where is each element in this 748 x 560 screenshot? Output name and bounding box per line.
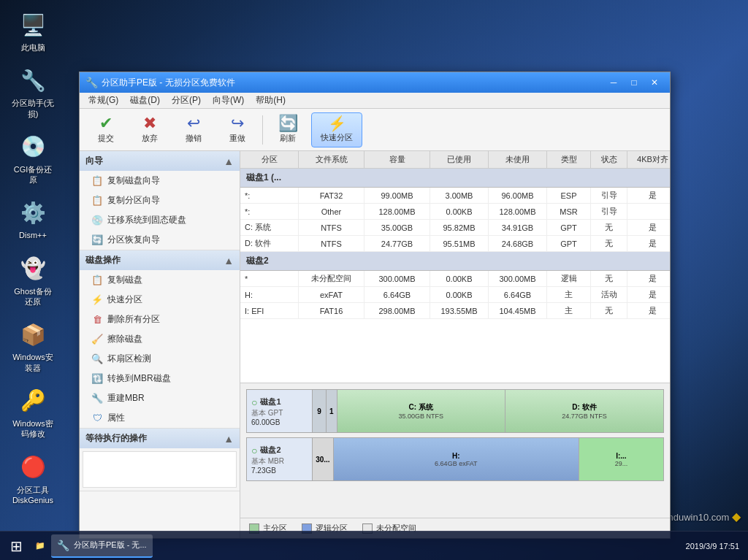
discard-label: 放弃 [142,133,158,144]
submit-button[interactable]: ✔ 提交 [85,112,126,147]
disk1-part-c[interactable]: C: 系统 35.00GB NTFS [337,390,505,432]
cell-capacity: 128.00MB [365,204,430,219]
file-explorer-button[interactable]: 📁 [29,534,51,558]
cell-status: 无 [591,303,627,318]
migrate-os-item[interactable]: 💿 迁移系统到固态硬盘 [80,210,240,230]
cell-used: 3.00MB [430,188,489,203]
minimize-button[interactable]: ─ [604,75,623,90]
dism-icon: ⚙️ [18,198,47,227]
cell-free: 96.00MB [489,188,547,203]
refresh-button[interactable]: 🔄 刷新 [267,112,308,147]
cell-status: 无 [591,220,627,235]
undo-button[interactable]: ↩ 撤销 [173,112,214,147]
menu-disk[interactable]: 磁盘(D) [124,93,166,108]
disk1-header: 磁盘1 (... [240,169,670,188]
table-row[interactable]: H: exFAT 6.64GB 0.00KB 6.64GB 主 活动 是 [240,287,670,303]
desktop-icon-windows-pwd[interactable]: 🔑 Windows密码修改 [7,383,58,442]
menu-partition[interactable]: 分区(P) [166,93,207,108]
disk-genius-label: 分区工具DiskGenius [10,485,56,506]
disk1-part-d[interactable]: D: 软件 24.77GB NTFS [505,390,663,432]
close-button[interactable]: ✕ [645,75,664,90]
migrate-os-label: 迁移系统到固态硬盘 [107,214,186,226]
desktop-icon-cgi-backup[interactable]: 💿 CGI备份还原 [7,129,58,188]
quick-partition-item[interactable]: ⚡ 快速分区 [80,290,240,310]
cell-fs: NTFS [299,236,365,251]
col-free: 未使用 [489,151,547,168]
copy-disk-wizard-item[interactable]: 📋 复制磁盘向导 [80,171,240,191]
pending-ops-header[interactable]: 等待执行的操作 ▲ [80,429,240,448]
cell-capacity: 298.00MB [365,303,430,318]
file-explorer-icon: 📁 [35,541,45,551]
convert-mbr-item[interactable]: 🔃 转换到MBR磁盘 [80,369,240,388]
table-row[interactable]: C: 系统 NTFS 35.00GB 95.82MB 34.91GB GPT 无… [240,220,670,236]
desktop-icon-ghost[interactable]: 👻 Ghost备份还原 [7,251,58,310]
cell-type: GPT [547,236,591,251]
quick-partition-icon: ⚡ [328,116,346,131]
restore-partition-label: 分区恢复向导 [107,234,160,246]
bad-sector-item[interactable]: 🔍 坏扇区检测 [80,349,240,369]
dism-label: Dism++ [19,230,47,240]
delete-all-item[interactable]: 🗑 删除所有分区 [80,310,240,329]
restore-partition-item[interactable]: 🔄 分区恢复向导 [80,230,240,250]
desktop-icon-disk-genius[interactable]: 🔴 分区工具DiskGenius [7,450,58,509]
wizard-section-header[interactable]: 向导 ▲ [80,151,240,171]
pending-ops-area [83,451,237,488]
redo-icon: ↪ [231,115,244,131]
disk2-part-h[interactable]: H: 6.64GB exFAT [334,438,579,480]
copy-partition-wizard-item[interactable]: 📋 复制分区向导 [80,191,240,210]
ghost-icon: 👻 [18,254,47,283]
disk1-part-small2[interactable]: 1 [327,390,337,432]
wipe-disk-icon: 🧹 [91,334,103,345]
cell-type: 主 [547,303,591,318]
desktop-icon-dism[interactable]: ⚙️ Dism++ [7,195,58,243]
app-taskbar-button[interactable]: 🔧 分区助手PE版 - 无... [51,534,153,558]
discard-button[interactable]: ✖ 放弃 [129,112,170,147]
quick-partition-button[interactable]: ⚡ 快速分区 [311,112,362,147]
cell-type: 逻辑 [547,271,591,286]
cell-capacity: 24.77GB [365,236,430,251]
cell-status: 活动 [591,287,627,302]
disk1-partitions: 9 1 C: 系统 35.00GB NTFS D: 软件 2 [313,390,663,432]
ghost-label: Ghost备份还原 [10,286,56,307]
submit-icon: ✔ [99,115,112,131]
cell-fs: Other [299,204,365,219]
table-row[interactable]: I: EFI FAT16 298.00MB 193.55MB 104.45MB … [240,303,670,319]
disk-ops-section-header[interactable]: 磁盘操作 ▲ [80,250,240,270]
disk2-part-unalloc[interactable]: 30... [313,438,334,480]
table-row[interactable]: *: FAT32 99.00MB 3.00MB 96.00MB ESP 引导 是 [240,188,670,204]
submit-label: 提交 [98,133,114,144]
redo-button[interactable]: ↪ 重做 [217,112,258,147]
wipe-disk-item[interactable]: 🧹 擦除磁盘 [80,329,240,349]
properties-item[interactable]: 🛡 属性 [80,408,240,428]
cell-free: 34.91GB [489,220,547,235]
cell-free: 128.00MB [489,204,547,219]
copy-partition-wizard-label: 复制分区向导 [107,194,160,207]
this-pc-label: 此电脑 [21,42,45,53]
disk1-part-small1[interactable]: 9 [313,390,327,432]
rebuild-mbr-item[interactable]: 🔧 重建MBR [80,388,240,408]
quick-partition-item-label: 快速分区 [107,294,142,306]
menu-wizard[interactable]: 向导(W) [207,93,250,108]
window-controls: ─ □ ✕ [604,75,664,90]
disk2-visual-size: 7.23GB [251,467,308,475]
maximize-button[interactable]: □ [625,75,644,90]
cell-free: 24.68GB [489,236,547,251]
cell-partition: *: [240,188,299,203]
bad-sector-label: 坏扇区检测 [107,353,151,365]
start-button[interactable]: ⊞ [3,534,29,558]
desktop-icon-this-pc[interactable]: 🖥️ 此电脑 [7,7,58,55]
cell-fs: 未分配空间 [299,271,365,286]
cgi-backup-label: CGI备份还原 [10,164,56,185]
cell-partition: * [240,271,299,286]
col-partition: 分区 [240,151,299,168]
table-row[interactable]: D: 软件 NTFS 24.77GB 95.51MB 24.68GB GPT 无… [240,236,670,252]
table-header: 分区 文件系统 容量 已使用 未使用 类型 状态 4KB对齐 [240,151,670,169]
menu-general[interactable]: 常规(G) [83,93,124,108]
desktop-icon-windows-installer[interactable]: 📦 Windows安装器 [7,317,58,376]
desktop-icon-partition-assistant[interactable]: 🔧 分区助手(无损) [7,63,58,122]
copy-disk-item[interactable]: 📋 复制磁盘 [80,270,240,290]
table-row[interactable]: *: Other 128.00MB 0.00KB 128.00MB MSR 引导 [240,204,670,220]
table-row[interactable]: * 未分配空间 300.00MB 0.00KB 300.00MB 逻辑 无 是 [240,271,670,287]
disk2-part-i[interactable]: I:... 29... [579,438,663,480]
menu-help[interactable]: 帮助(H) [250,93,291,108]
